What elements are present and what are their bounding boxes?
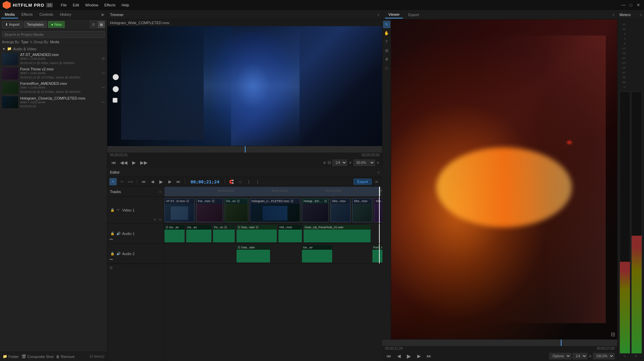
editor-select-tool[interactable]: ↖ [109, 178, 117, 185]
audio-clip-0[interactable]: ⛓ Ge...av [164, 225, 184, 242]
track-visibility-icon[interactable]: 👁 [116, 208, 121, 213]
trimmer-play-button[interactable]: ▶ [130, 159, 138, 166]
search-input[interactable] [2, 31, 105, 38]
track-lock-icon[interactable]: 🔒 [110, 251, 115, 256]
hand-tool[interactable]: ✋ [383, 29, 390, 37]
audio-clip-2-1[interactable]: Ge...av [302, 245, 332, 262]
file-clip-icon[interactable]: ✂ [102, 85, 105, 90]
viewer-menu-icon[interactable]: ≡ [612, 13, 614, 17]
viewer-tab-viewer[interactable]: Viewer [385, 11, 403, 18]
editor-export-button[interactable]: Export [354, 179, 372, 185]
audio-clip-5[interactable]: Gear_Up_Parachute_01.wav [304, 225, 371, 242]
viewer-tab-export[interactable]: Export [405, 11, 422, 18]
group-by-value[interactable]: Media [50, 40, 59, 44]
trimmer-send-icon[interactable]: ⊕ [323, 161, 326, 165]
editor-play-button[interactable]: ▶ [157, 178, 165, 185]
viewer-zoom-fraction[interactable]: 1/4 1/2 1/1 [573, 353, 587, 359]
file-clip-icon[interactable]: ✂ [102, 100, 105, 105]
meters-menu-icon[interactable]: ≡ [640, 13, 642, 17]
trimmer-menu-icon[interactable]: ≡ [377, 13, 379, 17]
close-button[interactable]: ✕ [635, 2, 641, 8]
add-track-icon[interactable]: ⚙ [109, 265, 113, 270]
audio-clip-4[interactable]: Hol...mov [278, 225, 302, 242]
editor-out-point[interactable]: ] [254, 178, 261, 185]
text-tool[interactable]: T [383, 38, 390, 46]
list-view-button[interactable]: ☰ [90, 21, 97, 28]
viewer-options[interactable]: Options [549, 353, 571, 359]
editor-marker-tool[interactable]: ◇ [236, 178, 244, 185]
editor-step-fwd[interactable]: ▶ [166, 178, 173, 185]
editor-razor-tool[interactable]: ✂ [118, 178, 125, 185]
track-add-icon[interactable]: ⊕ [153, 217, 157, 222]
track-audio-icon[interactable]: 🔊 [116, 251, 121, 256]
trimmer-step-back-button[interactable]: ◀◀ [120, 159, 127, 166]
timeline-tracks[interactable]: 00;00;05;00 00;00;10;00 00;00;15;00 [164, 187, 382, 361]
trimmer-link-icon[interactable]: ⛓ [327, 161, 331, 165]
import-button[interactable]: ⬇ Import [2, 21, 22, 28]
new-button[interactable]: ● New [48, 21, 65, 28]
editor-next-frame[interactable]: ⏭ [175, 178, 182, 185]
grid-view-button[interactable]: ⊞ [98, 21, 105, 28]
mask-tool[interactable]: ◇ [383, 64, 390, 72]
tab-history[interactable]: History [56, 11, 74, 18]
editor-step-back[interactable]: ◀ [149, 178, 156, 185]
editor-prev-frame[interactable]: ⏮ [140, 178, 147, 185]
track-audio-icon[interactable]: 🔊 [116, 231, 121, 236]
menu-window[interactable]: Window [83, 2, 101, 8]
track-remove-icon[interactable]: ⊖ [158, 217, 163, 222]
tab-media[interactable]: Media [1, 11, 18, 18]
list-item[interactable]: AT-ST_AMENDED.mov 3840 × 2160 pixels 00;… [0, 52, 107, 66]
editor-expand-icon[interactable]: ≫ [373, 178, 380, 185]
editor-menu-icon[interactable]: ≡ [378, 170, 380, 174]
viewer-to-end[interactable]: ⏭ [425, 352, 433, 360]
trimmer-zoom-level[interactable]: 60.0% 100.0% [354, 160, 375, 166]
templates-button[interactable]: Templates [24, 21, 47, 28]
viewer-zoom-level[interactable]: 100.0% 50.0% [593, 353, 614, 359]
tab-controls[interactable]: Controls [36, 11, 56, 18]
viewer-step-fwd[interactable]: ▶ [415, 352, 423, 360]
minimize-button[interactable]: — [621, 2, 627, 8]
viewer-playhead[interactable] [561, 340, 561, 346]
menu-edit[interactable]: Edit [70, 2, 82, 8]
track-lock-icon[interactable]: 🔒 [110, 208, 115, 213]
video-clip-4[interactable]: Hologr...ED.mov ⛓ [302, 198, 329, 222]
video-clip-7[interactable]: Sith...mov [374, 198, 382, 222]
track-lock-icon[interactable]: 🔒 [110, 231, 115, 236]
maximize-button[interactable]: □ [628, 2, 634, 8]
menu-file[interactable]: File [58, 2, 69, 8]
editor-snap-tool[interactable]: 🧲 [228, 178, 235, 185]
audio-clip-2-0[interactable]: ⛓ Gea...wav [236, 245, 270, 262]
audio-clip-2[interactable]: Fo...ov ⛓ [213, 225, 235, 242]
menu-help[interactable]: Help [119, 2, 132, 8]
trimmer-playhead[interactable] [245, 146, 246, 153]
viewer-play[interactable]: ▶ [405, 352, 413, 360]
list-item[interactable]: ForrestRun_AMENDED.mov 3840 × 2160 pixel… [0, 80, 107, 95]
composite-shot-button[interactable]: 🎬 Composite Shot [21, 354, 53, 359]
editor-in-point[interactable]: [ [245, 178, 253, 185]
trimmer-to-start-button[interactable]: ⏮ [110, 159, 117, 166]
crop-tool[interactable]: ⊠ [383, 47, 390, 54]
video-clip-5[interactable]: Sho...mov [330, 198, 351, 222]
viewer-scrubbar[interactable] [382, 339, 617, 346]
folder-button[interactable]: 📁 Folder [3, 354, 19, 359]
video-clip-1[interactable]: For...mov ⛓ [196, 198, 223, 222]
viewer-step-back[interactable]: ◀ [395, 352, 402, 360]
panel-tabs-arrow[interactable]: ▶ [100, 12, 106, 17]
viewer-to-start[interactable]: ⏮ [385, 352, 392, 360]
video-clip-0[interactable]: AT-ST...D.mov ⛓ [164, 198, 195, 222]
audio-clip-1[interactable]: Ge...av [186, 225, 211, 242]
audio-clip-2-2[interactable]: Forr...mov [372, 245, 382, 262]
video-clip-3[interactable]: Hologram_C...PLETED.mov ⛓ [250, 198, 300, 222]
list-item[interactable]: Hologram_CloseUp_COMPLETED.mov 3840 × 21… [0, 95, 107, 110]
select-tool[interactable]: ↖ [383, 21, 390, 28]
audio-clip-3[interactable]: ⛓ Gea...wav ⛓ [236, 225, 277, 242]
arrange-by-value[interactable]: Type [21, 40, 29, 44]
trimmer-scrubbar[interactable] [107, 146, 382, 153]
transform-tool[interactable]: ✥ [383, 56, 390, 63]
file-settings-icon[interactable]: ⚙ [102, 57, 105, 61]
remove-button[interactable]: 🗑 Remove [56, 355, 74, 359]
file-clip-icon[interactable]: ✂ [102, 71, 105, 75]
group-chevron-icon[interactable]: ▼ [2, 47, 6, 51]
tracks-menu-icon[interactable]: ≡ [159, 190, 161, 194]
tab-effects[interactable]: Effects [18, 11, 36, 18]
